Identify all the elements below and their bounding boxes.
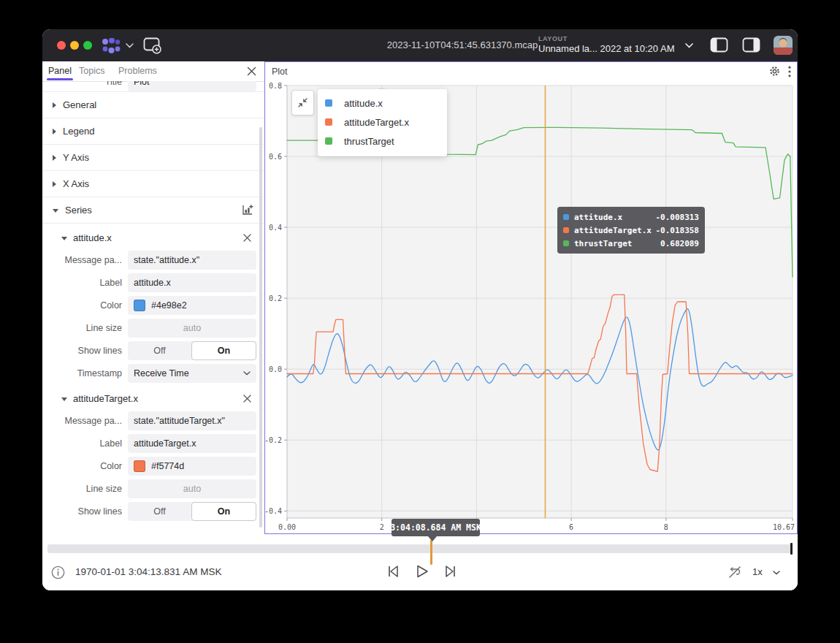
field-input[interactable]: auto — [128, 319, 256, 338]
tooltip-label: thrustTarget — [574, 239, 632, 248]
field-row-label: Labelattitude.x — [42, 271, 264, 294]
panel-settings-scroll[interactable]: Title Plot General Legend Y Axis X Axis — [42, 81, 264, 534]
field-row-show-lines: Show linesOffOn — [42, 500, 264, 522]
show-lines-toggle[interactable]: OffOn — [128, 502, 256, 521]
sidebar-scrollbar[interactable] — [259, 127, 262, 528]
plot-panel[interactable]: Plot 0.80.60.40.20.0-0.2-0.40.00246810.6… — [264, 61, 798, 534]
maximize-window-button[interactable] — [83, 41, 92, 50]
section-x-axis[interactable]: X Axis — [42, 171, 264, 197]
user-avatar[interactable] — [774, 36, 793, 55]
color-swatch[interactable] — [134, 300, 145, 311]
x-tick-label: 2 — [380, 523, 384, 531]
add-series-icon[interactable] — [242, 204, 254, 216]
field-row-color: Color#4e98e2 — [42, 294, 264, 316]
series-header[interactable]: attitudeTarget.x — [42, 387, 264, 409]
collapse-legend-button[interactable] — [291, 90, 314, 115]
legend-swatch — [325, 118, 332, 126]
series-header[interactable]: attitude.x — [42, 227, 264, 248]
info-icon[interactable] — [51, 566, 65, 579]
app-menu-chevron-icon[interactable] — [126, 43, 134, 48]
field-input[interactable]: state."attitudeTarget.x" — [128, 411, 256, 430]
y-tick-label: 0.0 — [269, 365, 282, 373]
field-input[interactable]: #f5774d — [128, 457, 256, 476]
field-value: state."attitudeTarget.x" — [134, 416, 225, 426]
section-y-axis[interactable]: Y Axis — [42, 145, 264, 171]
toggle-option-on[interactable]: On — [191, 502, 256, 521]
chart-hover-tooltip: attitude.x-0.008313attitudeTarget.x-0.01… — [557, 207, 705, 254]
y-tick-label: 0.2 — [269, 294, 282, 303]
series-name: attitude.x — [73, 232, 112, 243]
playback-scrubber[interactable] — [47, 544, 793, 553]
field-input[interactable]: state."attitude.x" — [128, 251, 256, 270]
scrubber-tooltip-caret — [428, 536, 437, 541]
scrubber-playhead[interactable] — [430, 540, 432, 565]
field-label: Show lines — [42, 346, 128, 356]
chevron-right-icon — [53, 181, 56, 187]
section-general[interactable]: General — [42, 92, 264, 118]
toggle-right-sidebar-icon[interactable] — [742, 37, 760, 53]
y-tick-label: -0.4 — [265, 507, 282, 515]
speed-chevron-icon[interactable] — [773, 571, 780, 575]
section-legend[interactable]: Legend — [42, 118, 264, 145]
field-value: state."attitude.x" — [134, 255, 199, 265]
add-panel-icon[interactable] — [143, 37, 162, 54]
legend-item-thrustTarget[interactable]: thrustTarget — [318, 132, 447, 151]
field-row-show-lines: Show linesOffOn — [42, 339, 264, 362]
series-group-attitudeTarget.x: attitudeTarget.xMessage pa...state."atti… — [42, 387, 264, 522]
close-sidebar-icon[interactable] — [246, 66, 257, 77]
tab-topics[interactable]: Topics — [79, 61, 104, 80]
chevron-down-icon — [61, 237, 67, 240]
toggle-option-off[interactable]: Off — [128, 341, 191, 360]
remove-series-icon[interactable] — [243, 233, 252, 243]
chevron-down-icon — [61, 397, 67, 401]
series-name: attitudeTarget.x — [73, 393, 138, 404]
section-series[interactable]: Series — [42, 197, 264, 224]
field-value: auto — [183, 323, 201, 333]
field-input[interactable]: attitudeTarget.x — [128, 434, 256, 453]
remove-series-icon[interactable] — [243, 394, 252, 403]
plot-legend[interactable]: attitude.xattitudeTarget.xthrustTarget — [318, 89, 447, 156]
tooltip-value: -0.018358 — [655, 226, 699, 235]
layout-chevron-icon[interactable] — [685, 43, 693, 48]
toggle-option-on[interactable]: On — [191, 341, 256, 360]
tab-problems[interactable]: Problems — [118, 61, 157, 80]
legend-item-attitude.x[interactable]: attitude.x — [318, 94, 447, 113]
field-input[interactable]: #4e98e2 — [128, 296, 256, 315]
field-value: attitudeTarget.x — [134, 438, 196, 449]
toggle-option-off[interactable]: Off — [128, 502, 191, 521]
seek-backward-button[interactable] — [386, 563, 400, 579]
close-window-button[interactable] — [57, 41, 66, 50]
title-field-label: Title — [42, 81, 128, 87]
x-tick-label: 8 — [664, 523, 668, 531]
minimize-window-button[interactable] — [70, 41, 79, 50]
color-hex-value: #f5774d — [151, 461, 184, 471]
scrubber-end-marker — [790, 543, 793, 555]
tooltip-value: -0.008313 — [655, 213, 699, 222]
field-input[interactable]: auto — [128, 479, 256, 498]
y-tick-label: 0.6 — [269, 153, 282, 161]
title-field-input[interactable]: Plot — [128, 81, 256, 91]
field-label: Label — [42, 438, 128, 449]
field-label: Color — [42, 300, 128, 311]
field-input[interactable]: Receive Time — [128, 364, 256, 383]
playback-speed[interactable]: 1x — [752, 566, 763, 577]
tab-panel[interactable]: Panel — [48, 61, 72, 80]
toggle-left-sidebar-icon[interactable] — [710, 37, 728, 53]
screen: { "titlebar": { "filename": "2023-11-10T… — [0, 0, 840, 643]
field-label: Message pa... — [42, 255, 128, 265]
color-swatch[interactable] — [134, 460, 145, 472]
tooltip-row-attitude.x: attitude.x-0.008313 — [563, 210, 699, 224]
legend-item-attitudeTarget.x[interactable]: attitudeTarget.x — [318, 113, 447, 132]
loop-off-icon[interactable] — [728, 565, 742, 579]
color-hex-value: #4e98e2 — [151, 300, 187, 311]
play-button[interactable] — [416, 563, 429, 579]
show-lines-toggle[interactable]: OffOn — [128, 341, 256, 360]
layout-name[interactable]: Unnamed la... 2022 at 10:20 AM — [538, 43, 674, 54]
x-tick-label: 10.67 — [773, 523, 795, 531]
legend-swatch — [325, 99, 332, 107]
field-input[interactable]: attitude.x — [128, 273, 256, 292]
tooltip-swatch — [563, 240, 569, 246]
field-row-color: Color#f5774d — [42, 454, 264, 477]
field-row-line-size: Line sizeauto — [42, 477, 264, 500]
seek-forward-button[interactable] — [443, 563, 458, 579]
